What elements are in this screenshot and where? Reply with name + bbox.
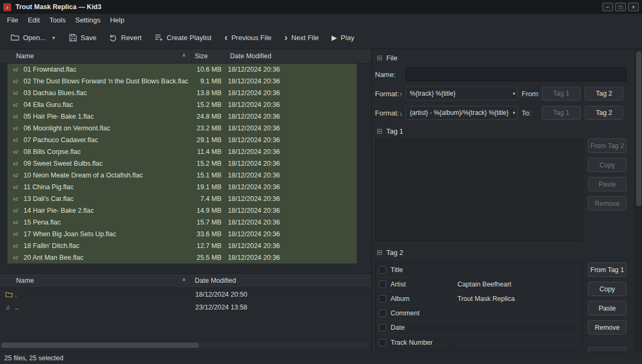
tag1-from-tag-2-button[interactable]: From Tag 2: [588, 138, 626, 153]
file-name: 17 When Big Joan Sets Up.flac: [24, 230, 189, 238]
horizontal-scrollbar-handle[interactable]: [1, 343, 199, 348]
file-row[interactable]: v209 Sweet Sweet Bulbs.flac15.2 MB18/12/…: [7, 158, 357, 169]
tag2-paste-button[interactable]: Paste: [588, 301, 626, 315]
tag1-paste-button[interactable]: Paste: [588, 177, 626, 191]
format-to-label: Format:↓: [375, 109, 406, 117]
field-label: Track Number: [391, 339, 433, 346]
format-from-combobox[interactable]: %{track} %{title} ▾: [406, 87, 518, 100]
file-row[interactable]: v211 China Pig.flac19.1 MB18/12/2024 20:…: [7, 181, 357, 193]
format-from-tag1-button[interactable]: Tag 1: [542, 87, 580, 100]
file-row[interactable]: v203 Dachau Blues.flac13.8 MB18/12/2024 …: [7, 87, 357, 99]
tag2-from-tag-1-button[interactable]: From Tag 1: [588, 262, 626, 277]
field-value[interactable]: Captain Beefheart: [454, 277, 583, 291]
create-playlist-label: Create Playlist: [167, 34, 212, 42]
previous-file-button[interactable]: ‹ Previous File: [220, 31, 276, 44]
file-date-modified: 18/12/2024 20:36: [225, 125, 280, 132]
next-file-button[interactable]: › Next File: [280, 31, 323, 44]
column-header-name[interactable]: Name ∧: [0, 49, 192, 63]
collapse-icon[interactable]: [377, 250, 382, 255]
date-checkbox[interactable]: [379, 324, 386, 331]
artist-checkbox[interactable]: [379, 281, 386, 288]
minimize-button[interactable]: −: [602, 3, 613, 11]
file-row[interactable]: v217 When Big Joan Sets Up.flac33.6 MB18…: [7, 228, 357, 240]
maximize-icon: □: [619, 4, 622, 10]
menu-tools[interactable]: Tools: [44, 14, 70, 26]
play-button[interactable]: ▶ Play: [327, 31, 358, 44]
title-checkbox[interactable]: [379, 266, 386, 274]
menu-help[interactable]: Help: [105, 14, 129, 26]
tag2-section-title: Tag 2: [386, 249, 403, 257]
column-header-date-modified[interactable]: Date Modified: [227, 49, 371, 63]
file-row[interactable]: v207 Pachuco Cadaver.flac29.1 MB18/12/20…: [7, 134, 357, 146]
field-value[interactable]: [454, 263, 583, 277]
file-row[interactable]: v220 Ant Man Bee.flac25.5 MB18/12/2024 2…: [7, 252, 357, 264]
file-row[interactable]: v205 Hair Pie- Bake 1.flac24.8 MB18/12/2…: [7, 111, 357, 122]
chevron-left-icon: ‹: [224, 34, 227, 41]
tag2-copy-button[interactable]: Copy: [588, 282, 626, 296]
file-name: 04 Ella Guru.flac: [24, 101, 189, 109]
file-row[interactable]: v215 Pena.flac15.7 MB18/12/2024 20:36: [7, 216, 357, 228]
revert-button[interactable]: Revert: [105, 31, 146, 44]
open-button[interactable]: Open...: [6, 31, 50, 44]
file-row[interactable]: v208 Bills Corpse.flac11.4 MB18/12/2024 …: [7, 146, 357, 158]
field-value[interactable]: [454, 335, 583, 350]
file-row[interactable]: v201 Frownland.flac10.6 MB18/12/2024 20:…: [7, 64, 357, 75]
file-row[interactable]: v206 Moonlight on Vermont.flac23.2 MB18/…: [7, 122, 357, 134]
collapse-icon[interactable]: [377, 129, 382, 134]
file-row[interactable]: v204 Ella Guru.flac15.2 MB18/12/2024 20:…: [7, 99, 357, 111]
track-number-checkbox[interactable]: [379, 339, 386, 346]
field-value[interactable]: [454, 321, 583, 335]
format-to-tag2-button[interactable]: Tag 2: [585, 106, 623, 120]
create-playlist-button[interactable]: Create Playlist: [150, 31, 216, 44]
tag2-field-row[interactable]: Date: [376, 321, 583, 335]
tag2-field-row[interactable]: Track Number: [376, 335, 583, 350]
tag2-field-row[interactable]: Title: [376, 263, 583, 277]
format-to-tag1-button[interactable]: Tag 1: [542, 106, 580, 120]
file-size: 15.1 MB: [189, 172, 225, 179]
format-from-tag2-button[interactable]: Tag 2: [585, 87, 623, 100]
file-row[interactable]: v218 Fallin' Ditch.flac12.7 MB18/12/2024…: [7, 240, 357, 252]
file-date-modified: 18/12/2024 20:36: [225, 183, 280, 191]
field-value[interactable]: Trout Mask Replica: [454, 292, 583, 306]
tag2-remove-button[interactable]: Remove: [588, 320, 626, 335]
menubar: File Edit Tools Settings Help: [0, 14, 642, 26]
folder-column-header-name[interactable]: Name ∧: [0, 274, 192, 288]
format-to-combobox[interactable]: {artist} - %{album}/%{track} %{title} ▾: [406, 106, 518, 120]
file-name: 15 Pena.flac: [24, 219, 189, 226]
tag2-field-row[interactable]: Comment: [376, 306, 583, 321]
folder-row[interactable]: .18/12/2024 20:50: [0, 288, 371, 301]
folder-column-header-date-modified[interactable]: Date Modified: [192, 274, 371, 288]
field-name-cell: Date: [376, 321, 454, 335]
horizontal-scrollbar[interactable]: [1, 343, 368, 348]
filename-input[interactable]: [406, 67, 626, 81]
tag1-remove-button[interactable]: Remove: [588, 196, 626, 211]
menu-settings[interactable]: Settings: [71, 14, 105, 26]
collapse-icon[interactable]: [377, 56, 382, 60]
folder-row[interactable]: ♫..23/12/2024 13:58: [0, 301, 371, 314]
field-value[interactable]: [454, 306, 583, 320]
maximize-button[interactable]: □: [615, 3, 626, 11]
tag2-field-row[interactable]: AlbumTrout Mask Replica: [376, 292, 583, 306]
tag2-edit-button[interactable]: Edit: [588, 347, 626, 352]
file-row[interactable]: v210 Neon Meate Dream of a Octafish.flac…: [7, 169, 357, 181]
tag2-field-row[interactable]: ArtistCaptain Beefheart: [376, 277, 583, 292]
vertical-scrollbar-handle[interactable]: [636, 51, 641, 206]
tag1-copy-button[interactable]: Copy: [588, 158, 626, 172]
file-list-section: Name ∧ Size Date Modified v201 Frownland…: [0, 49, 371, 273]
file-size: 15.2 MB: [189, 101, 225, 109]
vertical-scrollbar[interactable]: [635, 49, 642, 352]
album-checkbox[interactable]: [379, 295, 386, 303]
file-row[interactable]: v213 Dali's Car.flac7.4 MB18/12/2024 20:…: [7, 193, 357, 205]
save-button[interactable]: Save: [65, 31, 101, 44]
file-row[interactable]: v202 The Dust Blows Forward 'n the Dust …: [7, 75, 357, 87]
file-row[interactable]: v214 Hair Pie- Bake 2.flac14.9 MB18/12/2…: [7, 205, 357, 216]
menu-edit[interactable]: Edit: [23, 14, 44, 26]
close-button[interactable]: ×: [628, 3, 639, 11]
tag1-frame-table[interactable]: [375, 138, 583, 241]
filename-row: Name:: [375, 67, 626, 81]
column-header-size[interactable]: Size: [192, 49, 227, 63]
comment-checkbox[interactable]: [379, 309, 386, 317]
open-dropdown-icon[interactable]: ▾: [50, 33, 57, 43]
file-size: 12.7 MB: [189, 242, 225, 250]
menu-file[interactable]: File: [2, 14, 23, 26]
